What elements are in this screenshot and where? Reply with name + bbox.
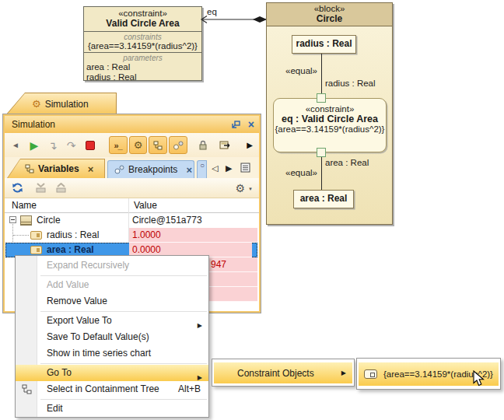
variables-panel-toolbar: ⚙ ▼ [5,178,259,198]
parameter-area: area : Real [86,62,199,72]
step-into-button[interactable]: ↴ [44,136,62,154]
constraint-block-valid-circle-area[interactable]: «constraint» Valid Circle Area constrain… [83,6,202,81]
console-toggle-button[interactable]: »_ [109,136,128,154]
menu-separator [40,399,207,400]
nav-prev-tab-button[interactable]: ◁ [212,163,218,173]
refresh-icon [12,182,23,194]
menu-item-label: Select in Containment Tree [47,383,159,394]
radius-part-box[interactable]: radius : Real [292,35,356,54]
circle-stereotype: «block» [267,4,392,13]
restore-window-button[interactable] [231,121,240,129]
save-to-default-button[interactable] [31,179,50,197]
parameter-port-top[interactable] [317,93,326,103]
column-header-name[interactable]: Name [12,200,37,211]
menu-item-export-value-to[interactable]: Export Value To ▶ [16,313,208,329]
variables-toggle-button[interactable] [149,136,167,154]
console-icon: »_ [114,141,121,150]
constraint-stereotype: «constraint» [84,9,201,18]
goto-submenu: Constraint Objects ▶ [212,359,355,387]
row-value-cell: 1.0000 [129,228,257,243]
tab-list-button[interactable] [240,163,250,173]
restore-icon [231,121,240,129]
parameters-compartment-label: parameters [86,54,199,62]
parameter-radius: radius : Real [86,72,199,82]
parameter-port-bottom[interactable] [317,148,326,157]
row-name: area : Real [47,244,94,255]
menu-item-edit[interactable]: Edit [16,401,208,417]
tab-overflow-fragment[interactable]: ○ [197,160,207,178]
row-name: radius : Real [47,229,99,240]
menu-item-show-time-series[interactable]: Show in time series chart [16,345,208,362]
binding-connector-top [321,54,322,98]
export-window-icon [219,140,231,150]
toolbar-overflow-button[interactable]: ▶ [240,136,259,154]
eq-connector-line[interactable] [199,14,269,25]
table-row-circle[interactable]: Circle Circle@151a773 [5,213,257,228]
tab-breakpoints[interactable]: Breakpoints × [107,160,194,178]
tab-variables[interactable]: Variables × [8,159,104,178]
close-window-button[interactable]: × [248,119,254,130]
constraint-expression: {area==3.14159*(radius^2)} [86,41,199,51]
list-icon [240,163,250,173]
constraint-property-name: eq : Valid Circle Area [274,114,386,124]
step-over-button[interactable]: ↷ [62,136,81,154]
menu-item-go-to[interactable]: Go To ▶ [16,365,208,381]
play-button[interactable]: ▶ [25,136,44,154]
panel-options-dropdown-icon[interactable]: ▼ [248,187,253,191]
menu-item-shortcut: Alt+B [178,381,201,397]
row-name: Circle [37,215,61,226]
circles-icon [114,165,124,174]
submenu-item-constraint-objects[interactable]: Constraint Objects ▶ [214,362,352,383]
row-value-clipped: 947 [211,259,226,270]
simulation-titlebar[interactable]: Simulation × [5,116,259,133]
screenshot-root: «constraint» Valid Circle Area constrain… [0,0,504,420]
constraint-block-name: Valid Circle Area [84,18,201,29]
row-value: Circle@151a773 [132,215,202,226]
area-part-box[interactable]: area : Real [293,190,354,208]
breakpoints-toggle-button[interactable] [169,136,187,154]
equal-stereotype-bottom: «equal» [266,168,317,177]
dock-tab-simulation[interactable]: ⚙ Simulation [7,93,116,114]
parameters-compartment: parameters area : Real radius : Real [84,52,201,84]
variables-table-header: Name Value [5,198,259,213]
simulation-title: Simulation [12,119,231,130]
close-variables-tab-icon[interactable]: × [88,164,94,174]
expand-from-bar-icon [55,183,67,193]
circle-block-name: Circle [267,13,392,24]
animation-prev-button[interactable]: ◄ [6,136,25,154]
value-property-icon [30,231,42,240]
constraint-property-expression: {area==3.14159*(radius^2)} [274,124,386,134]
menu-item-save-to-default[interactable]: Save To Default Value(s) [16,329,208,345]
column-header-value[interactable]: Value [134,200,157,211]
load-from-default-button[interactable] [51,179,70,197]
binding-label-radius: radius : Real [325,79,376,88]
submenu-arrow-icon: ▶ [341,369,346,376]
close-breakpoints-tab-icon[interactable]: × [186,165,192,175]
constraint-block-header: «constraint» Valid Circle Area [84,7,201,32]
mouse-cursor [473,370,485,387]
refresh-button[interactable] [8,179,26,197]
breakpoints-tab-label: Breakpoints [128,164,177,175]
lock-button[interactable] [194,136,212,154]
menu-item-add-value[interactable]: Add Value [16,277,208,293]
stop-button[interactable] [81,136,100,154]
collapse-expander-icon[interactable] [9,216,16,223]
row-value: 0.0000 [132,244,161,255]
menu-item-select-in-containment-tree[interactable]: Select in Containment Tree Alt+B [16,381,208,397]
menu-item-label: Go To [47,367,72,378]
menu-separator [40,363,207,364]
menu-item-expand-recursively[interactable]: Expand Recursively [16,257,208,274]
nav-next-tab-button[interactable]: ▶ [226,163,232,173]
binding-label-area: area : Real [325,158,369,167]
export-window-button[interactable] [215,136,234,154]
options-toggle-button[interactable]: ⚙ [129,136,148,154]
tree-icon [25,164,34,173]
constraint-property-stereotype: «constraint» [274,104,386,114]
constraint-property-box[interactable]: «constraint» eq : Valid Circle Area {are… [273,98,387,152]
panel-options-gear-button[interactable]: ⚙ [235,182,245,194]
table-row-radius[interactable]: radius : Real 1.0000 [5,228,257,243]
menu-item-remove-value[interactable]: Remove Value [16,293,208,310]
circle-block-header: «block» Circle [267,3,392,26]
panel-tab-row: Variables × Breakpoints × ○ ◁ ▶ [5,157,259,178]
menu-separator [40,311,207,312]
